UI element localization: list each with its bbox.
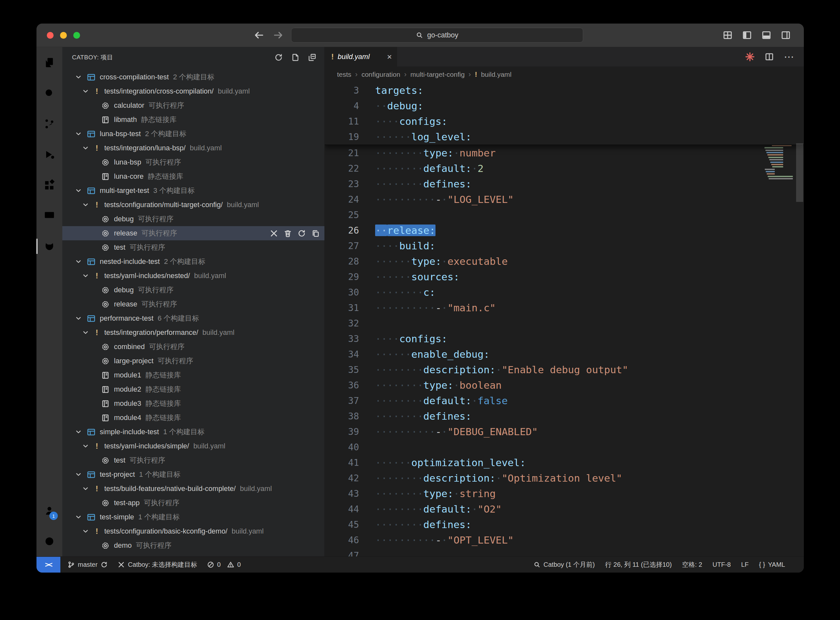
code-line-23[interactable]: 23········defines: <box>325 176 804 192</box>
search-sidebar-icon[interactable] <box>36 78 62 108</box>
tree-item-luna-bsp[interactable]: luna-bsp可执行程序 <box>62 155 324 169</box>
tree-item-test[interactable]: test可执行程序 <box>62 240 324 254</box>
tree-item-test-project[interactable]: test-project1 个构建目标 <box>62 467 324 482</box>
more-actions-icon[interactable]: ⋯ <box>784 51 795 63</box>
tree-item-release[interactable]: release可执行程序 <box>62 297 324 311</box>
rebuild-icon[interactable] <box>297 229 306 238</box>
run-debug-icon[interactable] <box>36 139 62 170</box>
code-line-11[interactable]: 11····configs: <box>325 114 804 129</box>
tab-build-yaml[interactable]: ! build.yaml × <box>325 47 397 66</box>
scrollbar-thumb[interactable] <box>796 143 803 202</box>
chevron-down-icon[interactable] <box>79 144 92 152</box>
tree-item-tests/configuration/multi-target-config/[interactable]: !tests/configuration/multi-target-config… <box>62 198 324 212</box>
code-line-39[interactable]: 39··········-·"DEBUG_ENABLED" <box>325 424 804 439</box>
code-line-34[interactable]: 34······enable_debug: <box>325 346 804 362</box>
chevron-down-icon[interactable] <box>72 470 85 479</box>
tree-item-tests/yaml-includes/nested/[interactable]: !tests/yaml-includes/nested/build.yaml <box>62 269 324 283</box>
tree-item-test[interactable]: test可执行程序 <box>62 453 324 467</box>
chevron-down-icon[interactable] <box>72 187 85 195</box>
code-line-37[interactable]: 37········default:·false <box>325 393 804 408</box>
delete-icon[interactable] <box>284 229 292 238</box>
back-icon[interactable] <box>253 30 264 41</box>
code-line-38[interactable]: 38········defines: <box>325 408 804 424</box>
chevron-down-icon[interactable] <box>79 527 92 536</box>
tree-item-calculator[interactable]: calculator可执行程序 <box>62 98 324 113</box>
tree-item-release[interactable]: release可执行程序 <box>62 226 324 240</box>
tree-item-libmath[interactable]: libmath静态链接库 <box>62 113 324 127</box>
code-line-40[interactable]: 40 <box>325 439 804 455</box>
catboy-target-item[interactable]: Catboy: 未选择构建目标 <box>118 560 197 569</box>
extensions-icon[interactable] <box>36 170 62 200</box>
chevron-down-icon[interactable] <box>72 73 85 81</box>
tree-item-nested-include-test[interactable]: nested-include-test2 个构建目标 <box>62 254 324 269</box>
tree-item-tests/configuration/basic-kconfig-demo/[interactable]: !tests/configuration/basic-kconfig-demo/… <box>62 524 324 539</box>
tree-item-tests/integration/performance/[interactable]: !tests/integration/performance/build.yam… <box>62 325 324 340</box>
forward-icon[interactable] <box>273 30 284 41</box>
minimize-window-button[interactable] <box>60 32 67 39</box>
code-line-47[interactable]: 47 <box>325 548 804 557</box>
code-line-3[interactable]: 3targets: <box>325 83 804 98</box>
tree-item-module2[interactable]: module2静态链接库 <box>62 382 324 396</box>
collapse-all-icon[interactable] <box>308 53 317 62</box>
vertical-scrollbar[interactable] <box>795 83 804 557</box>
toggle-panel-icon[interactable] <box>761 30 772 40</box>
git-branch-item[interactable]: master <box>68 561 108 568</box>
code-line-25[interactable]: 25 <box>325 207 804 223</box>
chevron-down-icon[interactable] <box>79 272 92 280</box>
tree-item-tests/integration/luna-bsp/[interactable]: !tests/integration/luna-bsp/build.yaml <box>62 141 324 155</box>
chevron-down-icon[interactable] <box>79 87 92 95</box>
code-line-42[interactable]: 42········description:·"Optimization lev… <box>325 470 804 486</box>
code-line-21[interactable]: 21········type:·number <box>325 145 804 161</box>
chevron-down-icon[interactable] <box>72 314 85 323</box>
tree-item-debug[interactable]: debug可执行程序 <box>62 212 324 226</box>
maximize-window-button[interactable] <box>73 32 80 39</box>
code-line-43[interactable]: 43········type:·string <box>325 486 804 501</box>
code-line-4[interactable]: 4··debug: <box>325 98 804 114</box>
language-mode-item[interactable]: { } YAML <box>759 561 785 568</box>
toggle-primary-sidebar-icon[interactable] <box>742 30 752 40</box>
code-line-30[interactable]: 30········c: <box>325 284 804 300</box>
tree-item-module1[interactable]: module1静态链接库 <box>62 368 324 382</box>
breadcrumb-item[interactable]: multi-target-config <box>410 71 464 78</box>
tree-item-test-app[interactable]: test-app可执行程序 <box>62 496 324 510</box>
tree-item-luna-bsp-test[interactable]: luna-bsp-test2 个构建目标 <box>62 127 324 141</box>
tree-item-tests/yaml-includes/simple/[interactable]: !tests/yaml-includes/simple/build.yaml <box>62 439 324 453</box>
tree-item-simple-include-test[interactable]: simple-include-test1 个构建目标 <box>62 425 324 439</box>
tree-item-test-simple[interactable]: test-simple1 个构建目标 <box>62 510 324 524</box>
code-line-44[interactable]: 44········default:·"O2" <box>325 501 804 517</box>
code-line-22[interactable]: 22········default:·2 <box>325 161 804 176</box>
remote-indicator[interactable]: >< <box>36 557 60 573</box>
code-lines[interactable]: 21········type:·number22········default:… <box>325 145 804 557</box>
indentation-item[interactable]: 空格: 2 <box>682 560 702 569</box>
code-line-24[interactable]: 24··········-·"LOG_LEVEL" <box>325 192 804 207</box>
chevron-down-icon[interactable] <box>79 201 92 209</box>
refresh-icon[interactable] <box>274 53 283 62</box>
code-line-31[interactable]: 31··········-·"main.c" <box>325 300 804 316</box>
customize-layout-icon[interactable] <box>722 30 733 40</box>
code-line-32[interactable]: 32 <box>325 316 804 331</box>
source-control-icon[interactable] <box>36 108 62 139</box>
remote-explorer-icon[interactable] <box>36 200 62 231</box>
cursor-position-item[interactable]: 行 26, 列 11 (已选择10) <box>605 560 671 569</box>
breadcrumb-item[interactable]: configuration <box>362 71 400 78</box>
close-window-button[interactable] <box>47 32 54 39</box>
tree-item-module4[interactable]: module4静态链接库 <box>62 411 324 425</box>
tree-item-combined[interactable]: combined可执行程序 <box>62 340 324 354</box>
chevron-down-icon[interactable] <box>72 130 85 138</box>
encoding-item[interactable]: UTF-8 <box>712 561 731 568</box>
code-line-26[interactable]: 26··release: <box>325 223 804 238</box>
code-line-33[interactable]: 33····configs: <box>325 331 804 346</box>
tree-item-module3[interactable]: module3静态链接库 <box>62 396 324 411</box>
code-line-27[interactable]: 27····build: <box>325 238 804 254</box>
catboy-build-icon[interactable] <box>745 52 755 62</box>
accounts-icon[interactable]: 1 <box>36 495 62 526</box>
catboy-extension-icon[interactable] <box>36 231 62 262</box>
breadcrumb-item[interactable]: build.yaml <box>481 71 512 78</box>
code-line-46[interactable]: 46··········-·"OPT_LEVEL" <box>325 532 804 548</box>
tree-item-tests/integration/cross-compilation/[interactable]: !tests/integration/cross-compilation/bui… <box>62 84 324 98</box>
close-tab-icon[interactable]: × <box>387 53 392 61</box>
code-line-29[interactable]: 29······sources: <box>325 269 804 284</box>
code-line-19[interactable]: 19······log_level: <box>325 129 804 144</box>
sticky-scroll[interactable]: 3targets:4··debug:11····configs:19······… <box>325 83 804 145</box>
configure-icon[interactable] <box>270 229 278 238</box>
